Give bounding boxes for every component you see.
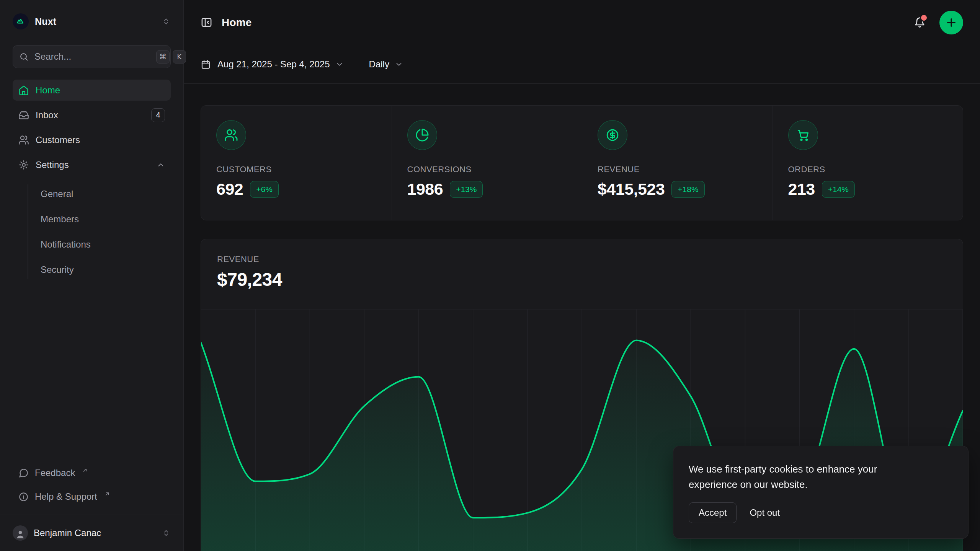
- stat-revenue[interactable]: REVENUE $415,523 +18%: [582, 106, 773, 220]
- cookie-message: We use first-party cookies to enhance yo…: [689, 461, 911, 492]
- opt-out-button[interactable]: Opt out: [750, 503, 780, 523]
- sidebar-item-label: Settings: [36, 160, 69, 170]
- search-input[interactable]: [34, 51, 153, 62]
- inbox-count-badge: 4: [151, 108, 165, 122]
- subnav-label: Members: [41, 214, 79, 225]
- user-menu[interactable]: Benjamin Canac: [0, 515, 183, 551]
- pie-chart-icon: [407, 120, 437, 150]
- stat-value: $415,523: [598, 180, 665, 199]
- cart-icon: [788, 120, 818, 150]
- stat-conversions[interactable]: CONVERSIONS 1986 +13%: [392, 106, 582, 220]
- revenue-value: $79,234: [217, 269, 947, 290]
- accept-button[interactable]: Accept: [689, 502, 737, 523]
- search-input-box[interactable]: ⌘ K: [13, 45, 171, 68]
- sidebar-spacer: [0, 282, 183, 461]
- sidebar-item-inbox[interactable]: Inbox 4: [13, 104, 171, 126]
- panel-left-icon: [201, 16, 212, 28]
- page-title: Home: [222, 16, 252, 29]
- sidebar-item-security[interactable]: Security: [13, 257, 171, 282]
- stat-value: 1986: [407, 180, 443, 199]
- stat-delta-badge: +6%: [250, 181, 279, 198]
- external-link-icon: [104, 491, 110, 497]
- stats-summary-card: CUSTOMERS 692 +6% CONVERSIONS 1986 +13%: [201, 105, 963, 220]
- settings-subnav: General Members Notifications Security: [13, 181, 171, 282]
- stat-label: CUSTOMERS: [216, 165, 376, 174]
- subnav-label: Notifications: [41, 239, 91, 250]
- stat-label: CONVERSIONS: [407, 165, 567, 174]
- notification-dot: [921, 15, 927, 21]
- subnav-label: Security: [41, 264, 74, 275]
- stat-customers[interactable]: CUSTOMERS 692 +6%: [201, 106, 392, 220]
- brand-name: Nuxt: [35, 16, 56, 27]
- stat-label: ORDERS: [788, 165, 948, 174]
- stat-orders[interactable]: ORDERS 213 +14%: [773, 106, 963, 220]
- message-bubble-icon: [18, 468, 29, 478]
- sidebar: Nuxt ⌘ K Home Inbo: [0, 0, 184, 551]
- gear-icon: [18, 160, 29, 170]
- dollar-circle-icon: [598, 120, 627, 150]
- nuxt-logo-icon: [13, 13, 29, 29]
- sidebar-nav: Home Inbox 4 Customers Settings: [13, 80, 171, 282]
- chevrons-up-down-icon: [162, 17, 171, 26]
- sidebar-item-settings[interactable]: Settings: [13, 154, 171, 175]
- sidebar-item-label: Inbox: [36, 110, 58, 121]
- chevron-up-icon: [157, 161, 165, 169]
- date-range-label: Aug 21, 2025 - Sep 4, 2025: [217, 59, 330, 70]
- stat-delta-badge: +13%: [450, 181, 483, 198]
- stat-label: REVENUE: [598, 165, 757, 174]
- external-link-icon: [82, 467, 88, 473]
- granularity-label: Daily: [369, 59, 389, 70]
- sidebar-item-label: Customers: [36, 135, 80, 145]
- sidebar-item-members[interactable]: Members: [13, 207, 171, 232]
- stat-delta-badge: +18%: [671, 181, 704, 198]
- plus-icon: [945, 16, 957, 29]
- home-icon: [18, 85, 29, 96]
- inbox-icon: [18, 110, 29, 121]
- users-icon: [216, 120, 246, 150]
- chevron-down-icon: [395, 60, 403, 68]
- sidebar-item-home[interactable]: Home: [13, 80, 171, 101]
- stat-delta-badge: +14%: [822, 181, 855, 198]
- team-switcher[interactable]: Nuxt: [13, 0, 171, 40]
- search-icon: [19, 52, 29, 62]
- sidebar-item-customers[interactable]: Customers: [13, 129, 171, 150]
- subnav-label: General: [41, 189, 73, 199]
- info-circle-icon: [18, 492, 29, 502]
- add-button[interactable]: [939, 11, 963, 34]
- kbd-cmd: ⌘: [156, 50, 170, 64]
- help-support-label: Help & Support: [35, 491, 97, 502]
- collapse-sidebar-button[interactable]: [201, 16, 212, 28]
- sidebar-item-notifications[interactable]: Notifications: [13, 232, 171, 257]
- notifications-button[interactable]: [914, 16, 926, 28]
- calendar-icon: [201, 59, 211, 70]
- sidebar-item-label: Home: [36, 85, 60, 96]
- stat-value: 692: [216, 180, 243, 199]
- users-icon: [18, 135, 29, 145]
- filters-toolbar: Aug 21, 2025 - Sep 4, 2025 Daily: [184, 45, 980, 84]
- sidebar-footer: Feedback Help & Support: [0, 461, 183, 515]
- user-name: Benjamin Canac: [34, 528, 101, 538]
- granularity-select[interactable]: Daily: [369, 59, 403, 70]
- sidebar-item-general[interactable]: General: [13, 181, 171, 207]
- help-support-link[interactable]: Help & Support: [13, 485, 171, 509]
- avatar: [13, 525, 28, 541]
- stat-value: 213: [788, 180, 815, 199]
- date-range-picker[interactable]: Aug 21, 2025 - Sep 4, 2025: [201, 59, 344, 70]
- page-header: Home: [184, 0, 980, 45]
- revenue-label: REVENUE: [217, 254, 947, 264]
- chevron-down-icon: [335, 60, 344, 68]
- cookie-banner: We use first-party cookies to enhance yo…: [673, 446, 969, 539]
- feedback-link[interactable]: Feedback: [13, 461, 171, 485]
- feedback-label: Feedback: [35, 468, 75, 478]
- chevrons-up-down-icon: [162, 528, 171, 538]
